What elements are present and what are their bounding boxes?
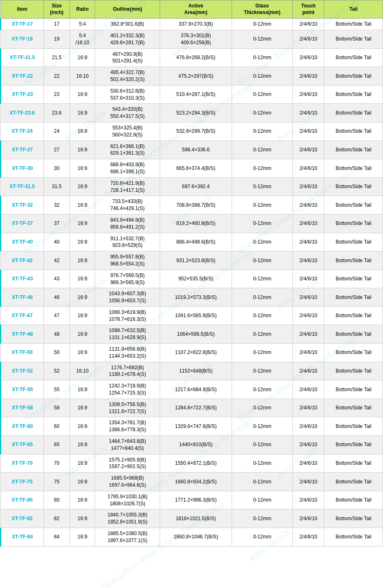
cell-outline: 1242.3×718.9(B) 1254.7×715.3(S) bbox=[95, 380, 160, 399]
cell-item: XT-TF-43 bbox=[1, 270, 44, 288]
cell-ratio: 5:4 /16:10 bbox=[70, 30, 95, 48]
cell-touch: 2/4/6/10 bbox=[292, 30, 324, 48]
table-row: XT-TF-21.521.516:9497×293.9(B) 501×291.4… bbox=[1, 48, 383, 67]
cell-outline: 1354.3×781.7(B) 1366.6×778.3(S) bbox=[95, 417, 160, 436]
cell-touch: 2/4/6/10 bbox=[292, 141, 324, 159]
cell-size: 55 bbox=[44, 380, 70, 399]
table-row: XT-TF-19195:4 /16:10401.2×332.3(B) 429.8… bbox=[1, 30, 383, 48]
cell-tail: Bottom/Side Tail bbox=[324, 233, 383, 251]
cell-touch: 2/4/6/10 bbox=[292, 19, 324, 30]
cell-item: XT-TF-60 bbox=[1, 417, 44, 436]
cell-outline: 362.8*301.6(B) bbox=[95, 19, 160, 30]
table-row: XT-TF-373716:9843.9×494.9(B) 856.6×491.2… bbox=[1, 214, 383, 233]
cell-active: 1064×598.5(B/S) bbox=[160, 325, 232, 344]
cell-active: 931.2×523.8(B/S) bbox=[160, 251, 232, 270]
cell-tail: Bottom/Side Tail bbox=[324, 436, 383, 454]
col-header-tail: Tail bbox=[324, 0, 383, 19]
col-header-glass_thickness: Glass Thickness(mm) bbox=[232, 0, 292, 19]
cell-size: 47 bbox=[44, 306, 70, 325]
cell-glass: 0-12mm bbox=[232, 473, 292, 491]
cell-active: 1019.2×573.3(B/S) bbox=[160, 288, 232, 307]
cell-ratio: 16:9 bbox=[70, 306, 95, 325]
cell-tail: Bottom/Side Tail bbox=[324, 67, 383, 86]
cell-touch: 2/4/6/10 bbox=[292, 399, 324, 417]
cell-touch: 2/4/6/10 bbox=[292, 85, 324, 104]
cell-touch: 2/4/6/10 bbox=[292, 214, 324, 233]
cell-ratio: 16:9 bbox=[70, 528, 95, 547]
cell-outline: 553×325.4(B) 560×322.9(S) bbox=[95, 122, 160, 141]
cell-ratio: 16:9 bbox=[70, 454, 95, 473]
cell-item: XT-TF-17 bbox=[1, 19, 44, 30]
cell-touch: 2/4/6/10 bbox=[292, 104, 324, 122]
col-header-size: Size (inch) bbox=[44, 0, 70, 19]
cell-outline: 911.1×532.7(B) 923.8×529(S) bbox=[95, 233, 160, 251]
cell-active: 886.4×498.6(B/S) bbox=[160, 233, 232, 251]
cell-size: 43 bbox=[44, 270, 70, 288]
cell-size: 40 bbox=[44, 233, 70, 251]
cell-tail: Bottom/Side Tail bbox=[324, 380, 383, 399]
cell-glass: 0-12mm bbox=[232, 380, 292, 399]
cell-ratio: 16:9 bbox=[70, 122, 95, 141]
cell-tail: Bottom/Side Tail bbox=[324, 251, 383, 270]
table-row: XT-TF-828216:91840.7×1055.3(B) 1852.8×10… bbox=[1, 509, 383, 528]
cell-tail: Bottom/Side Tail bbox=[324, 399, 383, 417]
cell-size: 48 bbox=[44, 325, 70, 344]
cell-outline: 1043.9×607.3(B) 1056.9×603.7(S) bbox=[95, 288, 160, 307]
cell-ratio: 16:9 bbox=[70, 141, 95, 159]
cell-touch: 2/4/6/10 bbox=[292, 270, 324, 288]
cell-ratio: 16:9 bbox=[70, 196, 95, 215]
product-table: ItemSize (inch)RatioOutline(mm)Active Ar… bbox=[0, 0, 383, 547]
cell-outline: 530.6×312.8(B) 537.6×310.3(S) bbox=[95, 85, 160, 104]
cell-outline: 720.8×421.9(B) 728.1×417.1(S) bbox=[95, 177, 160, 196]
cell-tail: Bottom/Side Tail bbox=[324, 19, 383, 30]
cell-active: 1440×810(B/S) bbox=[160, 436, 232, 454]
cell-size: 24 bbox=[44, 122, 70, 141]
cell-active: 952×535.5(B/S) bbox=[160, 270, 232, 288]
cell-size: 23 bbox=[44, 85, 70, 104]
cell-item: XT-TF-84 bbox=[1, 528, 44, 547]
cell-ratio: 16:9 bbox=[70, 85, 95, 104]
cell-touch: 2/4/6/10 bbox=[292, 122, 324, 141]
cell-active: 376.3×301(B) 409.6×256(B) bbox=[160, 30, 232, 48]
cell-tail: Bottom/Side Tail bbox=[324, 417, 383, 436]
cell-tail: Bottom/Side Tail bbox=[324, 491, 383, 509]
cell-glass: 0-12mm bbox=[232, 528, 292, 547]
cell-tail: Bottom/Side Tail bbox=[324, 325, 383, 344]
cell-outline: 401.2×332.3(B) 429.8×281.7(B) bbox=[95, 30, 160, 48]
cell-active: 532.8×299.7(B/S) bbox=[160, 122, 232, 141]
cell-item: XT-TF-23.6 bbox=[1, 104, 44, 122]
cell-tail: Bottom/Side Tail bbox=[324, 288, 383, 307]
cell-glass: 0-12mm bbox=[232, 67, 292, 86]
cell-active: 1217.6×684.9(B/S) bbox=[160, 380, 232, 399]
cell-tail: Bottom/Side Tail bbox=[324, 177, 383, 196]
cell-touch: 2/4/6/10 bbox=[292, 473, 324, 491]
cell-glass: 0-12mm bbox=[232, 233, 292, 251]
table-row: XT-TF-464616:91043.9×607.3(B) 1056.9×603… bbox=[1, 288, 383, 307]
cell-touch: 2/4/6/10 bbox=[292, 306, 324, 325]
cell-tail: Bottom/Side Tail bbox=[324, 48, 383, 67]
cell-size: 22 bbox=[44, 67, 70, 86]
cell-active: 476.8×268.2(B/S) bbox=[160, 48, 232, 67]
table-row: XT-TF-757516:91685.5×968(B) 1697.6×964.6… bbox=[1, 473, 383, 491]
cell-active: 708.8×398.7(B/S) bbox=[160, 196, 232, 215]
table-row: XT-TF-585816:91309.5×756.5(B) 1321.8×722… bbox=[1, 399, 383, 417]
cell-outline: 688.8×403.9(B) 696.1×399.1(S) bbox=[95, 159, 160, 178]
cell-item: XT-TF-22 bbox=[1, 67, 44, 86]
cell-item: XT-TF-46 bbox=[1, 288, 44, 307]
table-row: XT-TF-484816:91088.7×632.5(B) 1101.1×628… bbox=[1, 325, 383, 344]
cell-glass: 0-12mm bbox=[232, 122, 292, 141]
table-row: XT-TF-808016:91795.9×1030.1(B) 1808×1026… bbox=[1, 491, 383, 509]
cell-size: 30 bbox=[44, 159, 70, 178]
cell-glass: 0-12mm bbox=[232, 196, 292, 215]
cell-ratio: 16:9 bbox=[70, 473, 95, 491]
cell-item: XT-TF-19 bbox=[1, 30, 44, 48]
cell-outline: 1309.5×756.5(B) 1321.8×722.7(S) bbox=[95, 399, 160, 417]
col-header-outline: Outline(mm) bbox=[95, 0, 160, 19]
cell-active: 523.2×294.3(B/S) bbox=[160, 104, 232, 122]
cell-size: 23.6 bbox=[44, 104, 70, 122]
cell-tail: Bottom/Side Tail bbox=[324, 454, 383, 473]
col-header-active_area: Active Area(mm) bbox=[160, 0, 232, 19]
cell-ratio: 16:9 bbox=[70, 509, 95, 528]
cell-touch: 2/4/6/10 bbox=[292, 380, 324, 399]
cell-glass: 0-12mm bbox=[232, 30, 292, 48]
